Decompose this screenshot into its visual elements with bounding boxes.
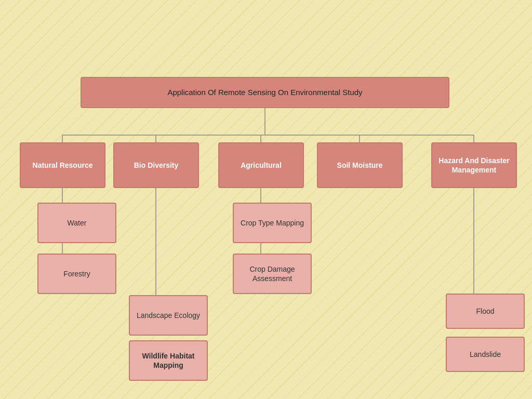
hazard-disaster-node: Hazard And Disaster Management [431, 142, 517, 188]
landscape-ecology-label: Landscape Ecology [137, 311, 200, 320]
landslide-label: Landslide [470, 350, 501, 359]
root-label: Application Of Remote Sensing On Environ… [167, 87, 362, 98]
natural-resource-label: Natural Resource [33, 161, 93, 170]
agricultural-label: Agricultural [241, 161, 282, 170]
root-node: Application Of Remote Sensing On Environ… [81, 77, 449, 108]
bio-diversity-label: Bio Diversity [134, 161, 179, 170]
crop-damage-label: Crop Damage Assessment [238, 264, 307, 283]
agricultural-node: Agricultural [218, 142, 304, 188]
landscape-ecology-node: Landscape Ecology [129, 295, 208, 336]
diagram: Application Of Remote Sensing On Environ… [0, 0, 532, 399]
crop-type-node: Crop Type Mapping [233, 203, 312, 243]
water-label: Water [68, 218, 87, 228]
wildlife-habitat-label: Wildlife Habitat Mapping [134, 351, 203, 370]
crop-type-label: Crop Type Mapping [241, 218, 304, 228]
crop-damage-node: Crop Damage Assessment [233, 254, 312, 294]
hazard-disaster-label: Hazard And Disaster Management [436, 156, 512, 175]
landslide-node: Landslide [446, 337, 525, 372]
soil-moisture-label: Soil Moisture [337, 161, 383, 170]
forestry-label: Forestry [63, 269, 90, 278]
natural-resource-node: Natural Resource [20, 142, 105, 188]
flood-label: Flood [476, 307, 494, 316]
bio-diversity-node: Bio Diversity [113, 142, 199, 188]
wildlife-habitat-node: Wildlife Habitat Mapping [129, 340, 208, 381]
forestry-node: Forestry [37, 254, 116, 294]
water-node: Water [37, 203, 116, 243]
soil-moisture-node: Soil Moisture [317, 142, 403, 188]
flood-node: Flood [446, 294, 525, 329]
